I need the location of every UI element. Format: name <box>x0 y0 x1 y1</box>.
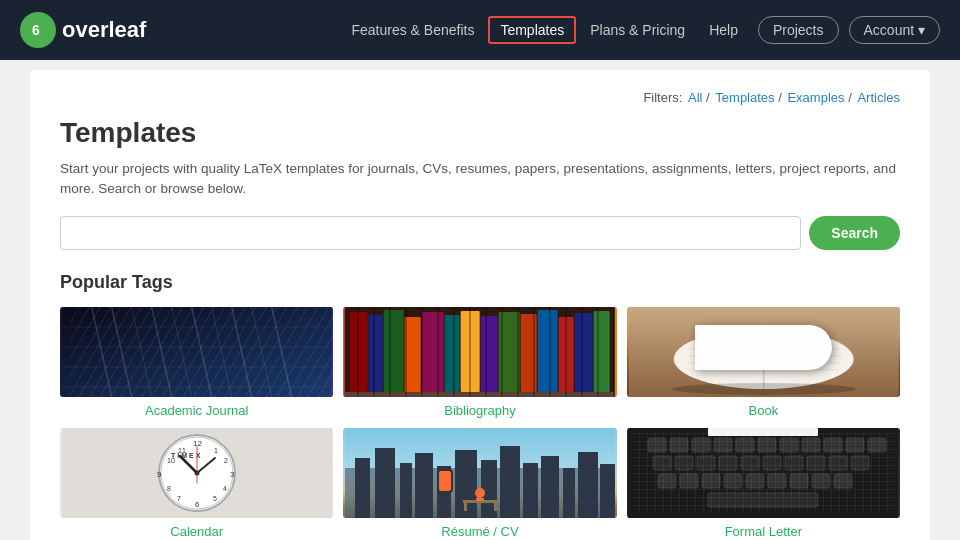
svg-rect-71 <box>437 466 451 518</box>
svg-rect-67 <box>355 458 370 518</box>
svg-rect-93 <box>802 438 820 452</box>
svg-point-83 <box>475 488 485 498</box>
svg-rect-21 <box>405 317 421 392</box>
svg-line-39 <box>688 369 760 370</box>
tag-img-academic <box>60 307 333 397</box>
svg-text:10: 10 <box>167 457 175 464</box>
svg-rect-81 <box>464 503 467 511</box>
svg-rect-68 <box>375 448 395 518</box>
svg-line-11 <box>252 307 272 397</box>
svg-text:2: 2 <box>224 457 228 464</box>
svg-text:1: 1 <box>214 447 218 454</box>
svg-rect-30 <box>575 313 593 392</box>
tag-img-resume <box>343 428 616 518</box>
svg-rect-2 <box>62 307 332 397</box>
tag-label-bibliography: Bibliography <box>343 403 616 418</box>
svg-rect-112 <box>768 474 786 488</box>
filter-examples[interactable]: Examples <box>787 90 844 105</box>
svg-rect-22 <box>422 312 444 392</box>
svg-line-7 <box>172 307 192 397</box>
tag-label-calendar: Calendar <box>60 524 333 539</box>
svg-rect-102 <box>763 456 781 470</box>
svg-rect-82 <box>494 503 497 511</box>
svg-text:3: 3 <box>230 470 235 479</box>
tag-label-book: Book <box>627 403 900 418</box>
svg-rect-109 <box>702 474 720 488</box>
svg-text:11: 11 <box>178 447 186 454</box>
filter-all[interactable]: All <box>688 90 702 105</box>
account-button[interactable]: Account ▾ <box>849 16 940 44</box>
svg-rect-115 <box>834 474 852 488</box>
tag-card-academic[interactable]: Academic Journal <box>60 307 333 418</box>
svg-rect-19 <box>369 315 383 392</box>
search-input[interactable] <box>60 216 801 250</box>
svg-rect-26 <box>499 312 520 392</box>
svg-rect-108 <box>680 474 698 488</box>
tag-card-bibliography[interactable]: Bibliography <box>343 307 616 418</box>
svg-rect-96 <box>868 438 886 452</box>
filter-articles[interactable]: Articles <box>857 90 900 105</box>
svg-rect-32 <box>345 392 615 397</box>
svg-line-40 <box>766 345 838 349</box>
tag-card-book[interactable]: Book <box>627 307 900 418</box>
svg-rect-91 <box>758 438 776 452</box>
svg-line-4 <box>112 307 132 397</box>
logo-text: overleaf <box>62 17 146 43</box>
tag-card-formal[interactable]: Formal Letter <box>627 428 900 539</box>
tag-card-resume[interactable]: Résumé / CV <box>343 428 616 539</box>
nav-plans[interactable]: Plans & Pricing <box>580 16 695 44</box>
svg-rect-104 <box>807 456 825 470</box>
svg-point-44 <box>671 383 855 395</box>
svg-rect-18 <box>350 312 368 392</box>
svg-rect-28 <box>538 310 558 392</box>
svg-rect-110 <box>724 474 742 488</box>
logo[interactable]: 6 overleaf <box>20 12 146 48</box>
main-content: Filters: All / Templates / Examples / Ar… <box>30 70 930 540</box>
svg-rect-92 <box>780 438 798 452</box>
logo-icon: 6 <box>20 12 56 48</box>
svg-rect-75 <box>523 463 538 518</box>
tag-card-calendar[interactable]: TIMEX 12 3 6 9 1 2 4 5 7 8 10 11 <box>60 428 333 539</box>
svg-rect-107 <box>658 474 676 488</box>
svg-rect-17 <box>345 307 615 397</box>
svg-line-9 <box>212 307 232 397</box>
nav-features[interactable]: Features & Benefits <box>341 16 484 44</box>
svg-line-3 <box>92 307 112 397</box>
svg-rect-90 <box>736 438 754 452</box>
svg-text:8: 8 <box>167 485 171 492</box>
svg-rect-25 <box>481 316 498 392</box>
search-button[interactable]: Search <box>809 216 900 250</box>
tag-img-bibliography <box>343 307 616 397</box>
nav-help[interactable]: Help <box>699 16 748 44</box>
projects-button[interactable]: Projects <box>758 16 839 44</box>
svg-text:7: 7 <box>177 495 181 502</box>
account-label: Account <box>864 22 915 38</box>
svg-rect-79 <box>600 464 615 518</box>
tag-img-calendar: TIMEX 12 3 6 9 1 2 4 5 7 8 10 11 <box>60 428 333 518</box>
svg-line-10 <box>232 307 252 397</box>
filter-templates[interactable]: Templates <box>715 90 774 105</box>
svg-rect-84 <box>476 498 484 501</box>
svg-rect-111 <box>746 474 764 488</box>
page-description: Start your projects with quality LaTeX t… <box>60 159 900 200</box>
svg-rect-100 <box>719 456 737 470</box>
svg-rect-94 <box>824 438 842 452</box>
tag-label-academic: Academic Journal <box>60 403 333 418</box>
svg-rect-103 <box>785 456 803 470</box>
svg-line-6 <box>152 307 172 397</box>
svg-rect-31 <box>594 311 610 393</box>
svg-text:12: 12 <box>193 439 202 448</box>
filters-bar: Filters: All / Templates / Examples / Ar… <box>60 90 900 105</box>
svg-rect-70 <box>415 453 433 518</box>
svg-text:TIMEX: TIMEX <box>171 452 202 459</box>
svg-line-8 <box>192 307 212 397</box>
page-title: Templates <box>60 117 900 149</box>
svg-rect-24 <box>461 311 480 392</box>
svg-rect-101 <box>741 456 759 470</box>
svg-text:5: 5 <box>213 495 217 502</box>
nav-templates[interactable]: Templates <box>488 16 576 44</box>
svg-rect-97 <box>653 456 671 470</box>
svg-rect-85 <box>628 428 898 518</box>
svg-text:6: 6 <box>195 500 200 509</box>
svg-rect-78 <box>578 452 598 518</box>
